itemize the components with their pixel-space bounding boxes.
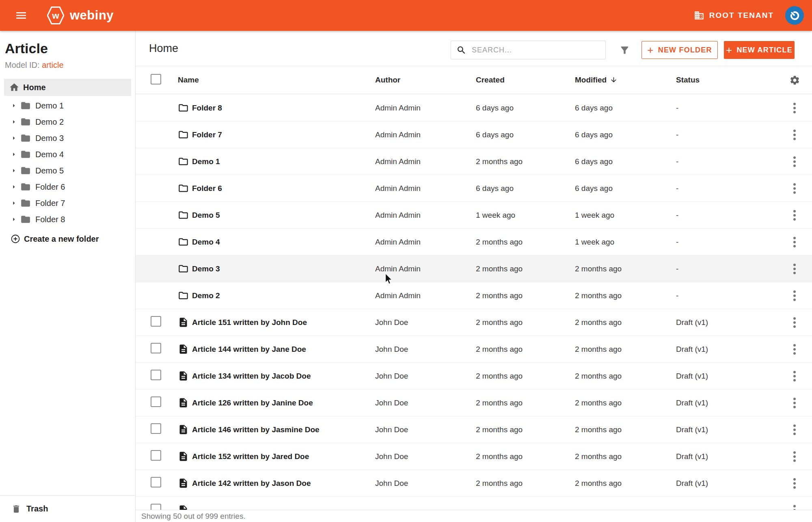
row-checkbox[interactable] (151, 343, 161, 353)
row-checkbox[interactable] (151, 316, 161, 327)
row-name-link[interactable]: Article 152 written by Jared Doe (192, 452, 375, 461)
gear-icon[interactable] (789, 75, 800, 86)
column-header-modified[interactable]: Modified (575, 76, 676, 84)
chevron-right-icon[interactable] (10, 215, 18, 223)
sidebar-folder-item[interactable]: Folder 7 (0, 195, 135, 211)
row-name-link[interactable]: Article 126 written by Janine Doe (192, 399, 375, 407)
chevron-right-icon[interactable] (10, 167, 18, 175)
sidebar-folder-item[interactable]: Folder 8 (0, 211, 135, 227)
model-id-link[interactable]: article (42, 61, 63, 69)
table-row[interactable]: Folder 7 Admin Admin 6 days ago 6 days a… (136, 121, 812, 148)
table-row[interactable]: Article 146 written by Jasmine Doe John … (136, 416, 812, 443)
row-name-link[interactable]: Demo 4 (192, 238, 375, 247)
column-header-status[interactable]: Status (676, 76, 786, 84)
row-checkbox[interactable] (151, 423, 161, 434)
kebab-menu-icon[interactable] (793, 317, 796, 328)
kebab-menu-icon[interactable] (793, 290, 796, 301)
kebab-menu-icon[interactable] (793, 344, 796, 355)
row-name-link[interactable]: Article 134 written by Jacob Doe (192, 372, 375, 381)
row-name-link[interactable]: Demo 5 (192, 211, 375, 220)
new-article-button[interactable]: + NEW ARTICLE (724, 41, 795, 59)
table-row[interactable]: Article 126 written by Janine Doe John D… (136, 390, 812, 416)
row-checkbox[interactable] (151, 504, 161, 510)
table-row[interactable]: Article 152 written by Jared Doe John Do… (136, 443, 812, 470)
search-box[interactable] (451, 41, 606, 59)
row-name-link[interactable]: Demo 2 (192, 291, 375, 300)
table-row[interactable]: Demo 5 Admin Admin 1 week ago 1 week ago… (136, 202, 812, 229)
column-header-created[interactable]: Created (476, 76, 575, 84)
menu-icon[interactable] (12, 6, 30, 24)
new-folder-button[interactable]: + NEW FOLDER (641, 41, 718, 59)
table-row[interactable]: Demo 1 Admin Admin 2 months ago 6 days a… (136, 148, 812, 175)
brand-wordmark: webiny (70, 8, 114, 23)
chevron-right-icon[interactable] (10, 118, 18, 126)
row-name-link[interactable]: Demo 3 (192, 264, 375, 273)
row-name-link[interactable]: Folder 7 (192, 130, 375, 139)
filter-button[interactable] (619, 45, 630, 56)
table-row[interactable]: Article 151 written by John Doe John Doe… (136, 309, 812, 336)
row-checkbox[interactable] (151, 396, 161, 407)
sidebar-folder-item[interactable]: Demo 2 (0, 114, 135, 130)
table-row[interactable]: Article 144 written by Jane Doe John Doe… (136, 336, 812, 363)
sidebar-folder-item[interactable]: Demo 1 (0, 97, 135, 114)
table-row[interactable]: Article 134 written by Jacob Doe John Do… (136, 363, 812, 390)
kebab-menu-icon[interactable] (793, 103, 796, 113)
row-checkbox[interactable] (151, 477, 161, 487)
table-row[interactable] (136, 497, 812, 510)
row-created: 2 months ago (476, 345, 575, 354)
kebab-menu-icon[interactable] (793, 478, 796, 489)
row-created: 2 months ago (476, 479, 575, 488)
kebab-menu-icon[interactable] (793, 183, 796, 194)
select-all-checkbox[interactable] (151, 74, 161, 84)
table-row[interactable]: Article 142 written by Jason Doe John Do… (136, 470, 812, 497)
chevron-right-icon[interactable] (10, 199, 18, 207)
row-name-link[interactable]: Article 144 written by Jane Doe (192, 345, 375, 354)
row-checkbox[interactable] (151, 450, 161, 461)
sidebar-folder-item[interactable]: Demo 3 (0, 130, 135, 146)
kebab-menu-icon[interactable] (793, 156, 796, 167)
row-created: 2 months ago (476, 157, 575, 166)
kebab-menu-icon[interactable] (793, 398, 796, 408)
row-author: Admin Admin (375, 264, 476, 273)
chevron-right-icon[interactable] (10, 183, 18, 191)
chevron-right-icon[interactable] (10, 150, 18, 158)
kebab-menu-icon[interactable] (793, 264, 796, 274)
row-name-link[interactable]: Article 146 written by Jasmine Doe (192, 425, 375, 434)
row-status: Draft (v1) (676, 479, 786, 488)
table-row[interactable]: Folder 6 Admin Admin 6 days ago 6 days a… (136, 175, 812, 202)
trash-button[interactable]: Trash (0, 495, 135, 522)
kebab-menu-icon[interactable] (793, 371, 796, 381)
kebab-menu-icon[interactable] (793, 451, 796, 462)
row-name-link[interactable]: Demo 1 (192, 157, 375, 166)
kebab-menu-icon[interactable] (793, 505, 796, 510)
row-name-link[interactable]: Article 142 written by Jason Doe (192, 479, 375, 488)
chevron-right-icon[interactable] (10, 134, 18, 142)
webiny-logo[interactable]: w webiny (47, 6, 114, 25)
sidebar-folder-item[interactable]: Demo 4 (0, 146, 135, 162)
table-row[interactable]: Demo 3 Admin Admin 2 months ago 2 months… (136, 256, 812, 282)
search-input[interactable] (472, 46, 594, 54)
sidebar-folder-item[interactable]: Folder 6 (0, 179, 135, 195)
row-checkbox[interactable] (151, 370, 161, 380)
row-modified: 2 months ago (575, 264, 676, 273)
kebab-menu-icon[interactable] (793, 210, 796, 221)
sidebar-item-home[interactable]: Home (4, 79, 131, 96)
column-header-author[interactable]: Author (375, 76, 476, 84)
sidebar-folder-item[interactable]: Demo 5 (0, 162, 135, 179)
kebab-menu-icon[interactable] (793, 425, 796, 435)
user-avatar[interactable] (785, 6, 804, 25)
kebab-menu-icon[interactable] (793, 237, 796, 247)
sidebar-folder-label: Demo 3 (35, 134, 64, 143)
tenant-selector[interactable]: ROOT TENANT (694, 10, 774, 21)
row-name-link[interactable]: Folder 8 (192, 104, 375, 113)
row-status: - (676, 104, 786, 113)
row-name-link[interactable]: Article 151 written by John Doe (192, 318, 375, 327)
create-folder-button[interactable]: Create a new folder (0, 231, 135, 247)
table-row[interactable]: Demo 4 Admin Admin 2 months ago 1 week a… (136, 229, 812, 256)
kebab-menu-icon[interactable] (793, 130, 796, 140)
table-row[interactable]: Demo 2 Admin Admin 2 months ago 2 months… (136, 282, 812, 309)
chevron-right-icon[interactable] (10, 102, 18, 110)
row-name-link[interactable]: Folder 6 (192, 184, 375, 193)
table-row[interactable]: Folder 8 Admin Admin 6 days ago 6 days a… (136, 95, 812, 121)
column-header-name[interactable]: Name (178, 76, 375, 84)
